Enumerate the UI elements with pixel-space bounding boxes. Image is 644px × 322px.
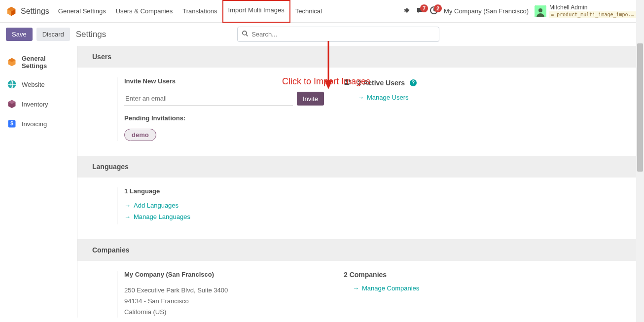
save-button[interactable]: Save <box>6 28 33 41</box>
control-bar: Save Discard Settings <box>0 23 644 46</box>
menu-translations[interactable]: Translations <box>178 0 222 23</box>
brand[interactable]: Settings <box>6 6 49 17</box>
systray: 7 2 My Company (San Francisco) Mitchell … <box>403 4 638 17</box>
user-menu[interactable]: Mitchell Admin ≡ product_multi_image_imp… <box>535 4 638 17</box>
search-input[interactable] <box>237 27 439 42</box>
invite-block: Invite New Users Invite Pending Invitati… <box>117 77 324 141</box>
section-header-users: Users <box>77 46 644 68</box>
activities-badge: 2 <box>434 4 442 12</box>
sidebar-item-inventory[interactable]: Inventory <box>0 94 77 114</box>
companies-count: 2 Companies <box>344 271 387 279</box>
invoice-icon: $ <box>7 119 17 129</box>
messages-badge: 7 <box>420 4 428 12</box>
sidebar-item-label: General Settings <box>22 55 70 70</box>
globe-icon <box>7 79 17 89</box>
top-navbar: Settings General Settings Users & Compan… <box>0 0 644 23</box>
nav-menus: General Settings Users & Companies Trans… <box>53 0 327 23</box>
pending-pill[interactable]: demo <box>124 129 156 141</box>
invite-button[interactable]: Invite <box>297 92 324 106</box>
scrollbar[interactable] <box>636 0 644 318</box>
company-addr1: 250 Executive Park Blvd, Suite 3400 <box>124 285 324 296</box>
manage-languages-link[interactable]: Manage Languages <box>134 213 190 220</box>
sidebar-item-label: Invoicing <box>22 120 47 128</box>
section-header-languages: Languages <box>77 156 644 178</box>
manage-companies-link[interactable]: Manage Companies <box>362 285 419 292</box>
language-count: 1 Language <box>124 187 324 195</box>
scrollbar-thumb[interactable] <box>637 43 643 172</box>
sidebar-item-general-settings[interactable]: General Settings <box>0 50 77 74</box>
svg-point-3 <box>243 31 247 35</box>
gear-icon <box>7 57 17 67</box>
help-icon[interactable]: ? <box>410 79 417 86</box>
company-switcher[interactable]: My Company (San Francisco) <box>444 7 529 15</box>
svg-point-10 <box>349 80 351 82</box>
search-icon <box>242 31 249 38</box>
company-addr3: California (US) <box>124 307 324 318</box>
menu-technical[interactable]: Technical <box>290 0 327 23</box>
company-addr2: 94134 - San Francisco <box>124 296 324 307</box>
messages-icon[interactable]: 7 <box>416 6 424 16</box>
arrow-icon: → <box>124 202 131 209</box>
sidebar-item-invoicing[interactable]: $ Invoicing <box>0 114 77 134</box>
menu-import-multi-images[interactable]: Import Multi Images <box>222 0 290 23</box>
invite-title: Invite New Users <box>124 77 324 85</box>
brand-text: Settings <box>21 7 49 16</box>
db-name: ≡ product_multi_image_impo... <box>549 11 638 18</box>
sidebar-item-website[interactable]: Website <box>0 74 77 94</box>
app-icon <box>6 6 17 17</box>
company-block: My Company (San Francisco) 250 Executive… <box>117 271 324 318</box>
companies-stat-block: 2 Companies → Manage Companies <box>344 271 492 318</box>
active-users-block: 2 Active Users ? → Manage Users <box>344 77 492 141</box>
search-box <box>237 27 439 42</box>
manage-users-link[interactable]: Manage Users <box>367 94 409 101</box>
svg-point-9 <box>345 79 348 82</box>
activities-icon[interactable]: 2 <box>430 6 438 16</box>
section-header-companies: Companies <box>77 239 644 261</box>
arrow-icon: → <box>353 285 359 292</box>
users-icon <box>344 77 353 88</box>
user-name: Mitchell Admin <box>549 4 638 11</box>
settings-sidebar: General Settings Website Inventory $ Inv… <box>0 46 77 318</box>
menu-users-companies[interactable]: Users & Companies <box>111 0 178 23</box>
main-content: Click to Import Images Users Invite New … <box>77 46 644 318</box>
box-icon <box>7 99 17 109</box>
svg-point-2 <box>538 8 542 12</box>
arrow-icon: → <box>124 213 131 220</box>
discard-button[interactable]: Discard <box>36 28 70 41</box>
pending-title: Pending Invitations: <box>124 114 324 122</box>
languages-block: 1 Language → Add Languages → Manage Lang… <box>117 187 324 224</box>
company-name: My Company (San Francisco) <box>124 271 324 278</box>
arrow-icon: → <box>358 94 364 101</box>
invite-email-input[interactable] <box>124 92 293 106</box>
sidebar-item-label: Website <box>22 81 45 88</box>
avatar <box>535 5 546 17</box>
sidebar-item-label: Inventory <box>22 101 48 108</box>
menu-general-settings[interactable]: General Settings <box>53 0 111 23</box>
add-languages-link[interactable]: Add Languages <box>134 202 179 209</box>
breadcrumb-title: Settings <box>76 30 106 39</box>
debug-icon[interactable] <box>403 7 410 15</box>
svg-text:$: $ <box>10 121 13 126</box>
